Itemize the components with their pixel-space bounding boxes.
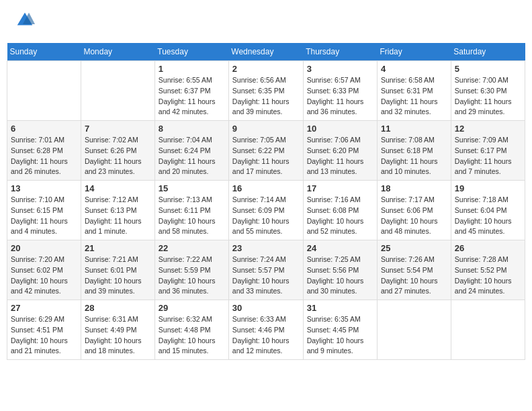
day-number: 17 xyxy=(307,183,373,193)
day-number: 22 xyxy=(159,243,225,253)
day-info: Sunrise: 7:10 AM Sunset: 6:15 PM Dayligh… xyxy=(11,195,77,237)
calendar-cell: 19Sunrise: 7:18 AM Sunset: 6:04 PM Dayli… xyxy=(451,181,525,240)
weekday-header-row: SundayMondayTuesdayWednesdayThursdayFrid… xyxy=(7,43,525,61)
day-number: 20 xyxy=(11,243,77,253)
calendar-cell: 4Sunrise: 6:58 AM Sunset: 6:31 PM Daylig… xyxy=(377,61,451,121)
day-number: 4 xyxy=(381,64,447,74)
calendar-cell: 8Sunrise: 7:04 AM Sunset: 6:24 PM Daylig… xyxy=(154,121,228,181)
calendar-cell: 6Sunrise: 7:01 AM Sunset: 6:28 PM Daylig… xyxy=(7,121,81,181)
page-header xyxy=(7,7,525,36)
day-info: Sunrise: 7:01 AM Sunset: 6:28 PM Dayligh… xyxy=(11,135,77,177)
calendar-cell: 1Sunrise: 6:55 AM Sunset: 6:37 PM Daylig… xyxy=(154,61,228,121)
day-info: Sunrise: 7:13 AM Sunset: 6:11 PM Dayligh… xyxy=(159,195,225,237)
day-number: 11 xyxy=(381,124,447,134)
day-number: 13 xyxy=(11,183,77,193)
calendar-cell: 21Sunrise: 7:21 AM Sunset: 6:01 PM Dayli… xyxy=(81,240,154,300)
day-info: Sunrise: 7:24 AM Sunset: 5:57 PM Dayligh… xyxy=(232,255,300,297)
calendar-cell: 14Sunrise: 7:12 AM Sunset: 6:13 PM Dayli… xyxy=(81,181,154,240)
day-info: Sunrise: 6:56 AM Sunset: 6:35 PM Dayligh… xyxy=(232,75,300,118)
weekday-header-friday: Friday xyxy=(377,43,451,61)
weekday-header-thursday: Thursday xyxy=(303,43,377,61)
day-info: Sunrise: 7:05 AM Sunset: 6:22 PM Dayligh… xyxy=(232,135,300,177)
day-number: 29 xyxy=(159,303,225,313)
day-info: Sunrise: 7:02 AM Sunset: 6:26 PM Dayligh… xyxy=(85,135,151,177)
logo xyxy=(13,10,35,33)
day-info: Sunrise: 6:35 AM Sunset: 4:45 PM Dayligh… xyxy=(307,314,373,357)
day-number: 9 xyxy=(232,124,300,134)
logo-icon xyxy=(15,10,35,30)
day-number: 27 xyxy=(11,303,77,313)
weekday-header-tuesday: Tuesday xyxy=(154,43,228,61)
calendar-cell: 27Sunrise: 6:29 AM Sunset: 4:51 PM Dayli… xyxy=(7,300,81,360)
day-info: Sunrise: 7:12 AM Sunset: 6:13 PM Dayligh… xyxy=(85,195,151,237)
day-info: Sunrise: 6:31 AM Sunset: 4:49 PM Dayligh… xyxy=(85,314,151,357)
day-number: 6 xyxy=(11,124,77,134)
day-info: Sunrise: 6:32 AM Sunset: 4:48 PM Dayligh… xyxy=(159,314,225,357)
calendar-cell xyxy=(451,300,525,360)
day-number: 30 xyxy=(232,303,300,313)
day-info: Sunrise: 6:57 AM Sunset: 6:33 PM Dayligh… xyxy=(307,75,373,118)
weekday-header-monday: Monday xyxy=(81,43,154,61)
calendar-cell: 22Sunrise: 7:22 AM Sunset: 5:59 PM Dayli… xyxy=(154,240,228,300)
day-info: Sunrise: 7:09 AM Sunset: 6:17 PM Dayligh… xyxy=(455,135,521,177)
day-info: Sunrise: 7:06 AM Sunset: 6:20 PM Dayligh… xyxy=(307,135,373,177)
calendar-table: SundayMondayTuesdayWednesdayThursdayFrid… xyxy=(7,43,525,360)
calendar-cell: 9Sunrise: 7:05 AM Sunset: 6:22 PM Daylig… xyxy=(228,121,303,181)
day-info: Sunrise: 6:29 AM Sunset: 4:51 PM Dayligh… xyxy=(11,314,77,357)
day-number: 2 xyxy=(232,64,300,74)
day-number: 18 xyxy=(381,183,447,193)
calendar-cell: 26Sunrise: 7:28 AM Sunset: 5:52 PM Dayli… xyxy=(451,240,525,300)
day-info: Sunrise: 7:16 AM Sunset: 6:08 PM Dayligh… xyxy=(307,195,373,237)
day-number: 28 xyxy=(85,303,151,313)
day-info: Sunrise: 6:58 AM Sunset: 6:31 PM Dayligh… xyxy=(381,75,447,118)
calendar-cell: 31Sunrise: 6:35 AM Sunset: 4:45 PM Dayli… xyxy=(303,300,377,360)
day-number: 25 xyxy=(381,243,447,253)
day-info: Sunrise: 7:25 AM Sunset: 5:56 PM Dayligh… xyxy=(307,255,373,297)
day-info: Sunrise: 7:08 AM Sunset: 6:18 PM Dayligh… xyxy=(381,135,447,177)
calendar-cell: 17Sunrise: 7:16 AM Sunset: 6:08 PM Dayli… xyxy=(303,181,377,240)
day-info: Sunrise: 6:55 AM Sunset: 6:37 PM Dayligh… xyxy=(159,75,225,118)
calendar-cell: 30Sunrise: 6:33 AM Sunset: 4:46 PM Dayli… xyxy=(228,300,303,360)
calendar-cell: 11Sunrise: 7:08 AM Sunset: 6:18 PM Dayli… xyxy=(377,121,451,181)
day-number: 16 xyxy=(232,183,300,193)
calendar-cell: 15Sunrise: 7:13 AM Sunset: 6:11 PM Dayli… xyxy=(154,181,228,240)
day-number: 15 xyxy=(159,183,225,193)
calendar-cell: 10Sunrise: 7:06 AM Sunset: 6:20 PM Dayli… xyxy=(303,121,377,181)
day-number: 31 xyxy=(307,303,373,313)
day-info: Sunrise: 7:20 AM Sunset: 6:02 PM Dayligh… xyxy=(11,255,77,297)
day-number: 14 xyxy=(85,183,151,193)
weekday-header-wednesday: Wednesday xyxy=(228,43,303,61)
calendar-cell: 29Sunrise: 6:32 AM Sunset: 4:48 PM Dayli… xyxy=(154,300,228,360)
calendar-cell xyxy=(81,61,154,121)
day-number: 3 xyxy=(307,64,373,74)
calendar-cell xyxy=(377,300,451,360)
day-info: Sunrise: 7:17 AM Sunset: 6:06 PM Dayligh… xyxy=(381,195,447,237)
calendar-cell: 3Sunrise: 6:57 AM Sunset: 6:33 PM Daylig… xyxy=(303,61,377,121)
calendar-cell: 7Sunrise: 7:02 AM Sunset: 6:26 PM Daylig… xyxy=(81,121,154,181)
week-row-5: 27Sunrise: 6:29 AM Sunset: 4:51 PM Dayli… xyxy=(7,300,525,360)
day-number: 1 xyxy=(159,64,225,74)
day-number: 23 xyxy=(232,243,300,253)
day-info: Sunrise: 6:33 AM Sunset: 4:46 PM Dayligh… xyxy=(232,314,300,357)
calendar-cell xyxy=(7,61,81,121)
calendar-cell: 5Sunrise: 7:00 AM Sunset: 6:30 PM Daylig… xyxy=(451,61,525,121)
calendar-cell: 24Sunrise: 7:25 AM Sunset: 5:56 PM Dayli… xyxy=(303,240,377,300)
day-info: Sunrise: 7:18 AM Sunset: 6:04 PM Dayligh… xyxy=(455,195,521,237)
calendar-cell: 23Sunrise: 7:24 AM Sunset: 5:57 PM Dayli… xyxy=(228,240,303,300)
day-number: 5 xyxy=(455,64,521,74)
day-number: 8 xyxy=(159,124,225,134)
calendar-cell: 12Sunrise: 7:09 AM Sunset: 6:17 PM Dayli… xyxy=(451,121,525,181)
calendar-cell: 28Sunrise: 6:31 AM Sunset: 4:49 PM Dayli… xyxy=(81,300,154,360)
day-number: 7 xyxy=(85,124,151,134)
week-row-1: 1Sunrise: 6:55 AM Sunset: 6:37 PM Daylig… xyxy=(7,61,525,121)
day-info: Sunrise: 7:22 AM Sunset: 5:59 PM Dayligh… xyxy=(159,255,225,297)
day-info: Sunrise: 7:28 AM Sunset: 5:52 PM Dayligh… xyxy=(455,255,521,297)
week-row-2: 6Sunrise: 7:01 AM Sunset: 6:28 PM Daylig… xyxy=(7,121,525,181)
calendar-cell: 2Sunrise: 6:56 AM Sunset: 6:35 PM Daylig… xyxy=(228,61,303,121)
day-number: 10 xyxy=(307,124,373,134)
day-info: Sunrise: 7:00 AM Sunset: 6:30 PM Dayligh… xyxy=(455,75,521,118)
calendar-cell: 20Sunrise: 7:20 AM Sunset: 6:02 PM Dayli… xyxy=(7,240,81,300)
week-row-3: 13Sunrise: 7:10 AM Sunset: 6:15 PM Dayli… xyxy=(7,181,525,240)
day-number: 24 xyxy=(307,243,373,253)
day-number: 12 xyxy=(455,124,521,134)
